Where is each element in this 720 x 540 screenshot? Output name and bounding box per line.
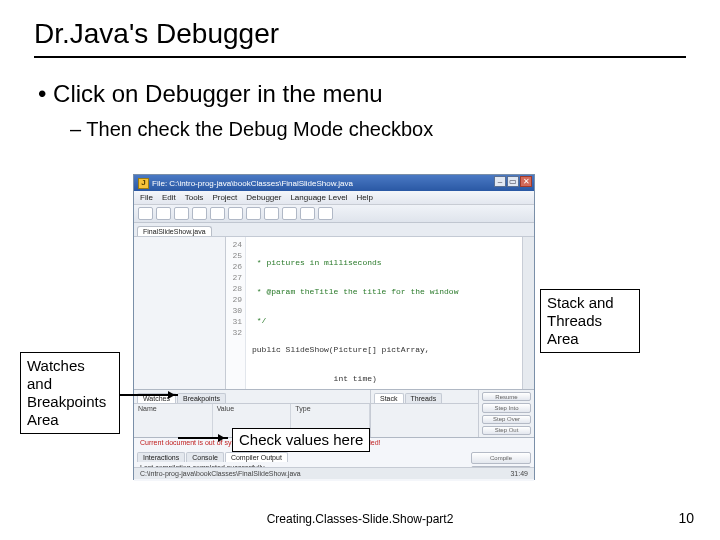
bullet-1: • Click on Debugger in the menu <box>34 80 720 108</box>
bullet-list: • Click on Debugger in the menu – Then c… <box>0 58 720 141</box>
tab-console[interactable]: Console <box>186 452 224 462</box>
scrollbar[interactable] <box>522 237 534 389</box>
code-editor[interactable]: 24 25 26 27 28 29 30 31 32 * pictures in… <box>226 237 522 389</box>
callout-check-values: Check values here <box>232 428 370 452</box>
menu-project[interactable]: Project <box>212 193 237 202</box>
toolbar-button[interactable] <box>228 207 243 220</box>
window-title-text: File: C:\intro-prog-java\bookClasses\Fin… <box>152 179 353 188</box>
drjava-icon: J <box>138 178 149 189</box>
file-tabs: FinalSlideShow.java <box>134 223 534 237</box>
tab-compiler-output[interactable]: Compiler Output <box>225 452 288 462</box>
watches-col-name: Name <box>134 404 213 437</box>
file-tab[interactable]: FinalSlideShow.java <box>137 226 212 236</box>
slide-title: Dr.Java's Debugger <box>0 0 720 52</box>
status-file-path: C:\intro-prog-java\bookClasses\FinalSlid… <box>140 470 301 477</box>
arrow-check <box>178 437 228 439</box>
step-out-button[interactable]: Step Out <box>482 426 531 435</box>
tab-stack[interactable]: Stack <box>374 393 404 403</box>
toolbar-button[interactable] <box>246 207 261 220</box>
status-cursor-pos: 31:49 <box>510 470 528 477</box>
toolbar-button[interactable] <box>300 207 315 220</box>
menu-edit[interactable]: Edit <box>162 193 176 202</box>
stack-threads-panel: Stack Threads <box>370 390 478 437</box>
arrow-watches <box>120 394 178 396</box>
tab-threads[interactable]: Threads <box>405 393 443 403</box>
toolbar-button[interactable] <box>318 207 333 220</box>
toolbar-button[interactable] <box>138 207 153 220</box>
tab-interactions[interactable]: Interactions <box>137 452 185 462</box>
menu-file[interactable]: File <box>140 193 153 202</box>
menu-languagelevel[interactable]: Language Level <box>290 193 347 202</box>
callout-stack-threads: Stack and Threads Area <box>540 289 640 353</box>
bullet-2: – Then check the Debug Mode checkbox <box>34 108 720 141</box>
status-bar: C:\intro-prog-java\bookClasses\FinalSlid… <box>134 467 534 479</box>
compile-button[interactable]: Compile <box>471 452 531 464</box>
debugger-buttons: Resume Step Into Step Over Step Out <box>478 390 534 437</box>
minimize-icon[interactable]: – <box>494 176 506 187</box>
toolbar-button[interactable] <box>282 207 297 220</box>
toolbar-button[interactable] <box>156 207 171 220</box>
page-number: 10 <box>678 510 694 526</box>
toolbar-button[interactable] <box>192 207 207 220</box>
window-titlebar: J File: C:\intro-prog-java\bookClasses\F… <box>134 175 534 191</box>
line-number-gutter: 24 25 26 27 28 29 30 31 32 <box>226 237 246 389</box>
toolbar-button[interactable] <box>210 207 225 220</box>
menu-tools[interactable]: Tools <box>185 193 204 202</box>
step-over-button[interactable]: Step Over <box>482 415 531 424</box>
toolbar <box>134 205 534 223</box>
toolbar-button[interactable] <box>264 207 279 220</box>
menu-help[interactable]: Help <box>356 193 372 202</box>
footer-center: Creating.Classes-Slide.Show-part2 <box>0 512 720 526</box>
toolbar-button[interactable] <box>174 207 189 220</box>
tab-breakpoints[interactable]: Breakpoints <box>177 393 226 403</box>
menubar: File Edit Tools Project Debugger Languag… <box>134 191 534 205</box>
step-into-button[interactable]: Step Into <box>482 403 531 412</box>
callout-watches-breakpoints: Watches and Breakpoints Area <box>20 352 120 434</box>
resume-button[interactable]: Resume <box>482 392 531 401</box>
maximize-icon[interactable]: ▭ <box>507 176 519 187</box>
code-lines: * pictures in milliseconds * @param theT… <box>246 237 462 389</box>
close-icon[interactable]: ✕ <box>520 176 532 187</box>
menu-debugger[interactable]: Debugger <box>246 193 281 202</box>
project-panel <box>134 237 226 389</box>
